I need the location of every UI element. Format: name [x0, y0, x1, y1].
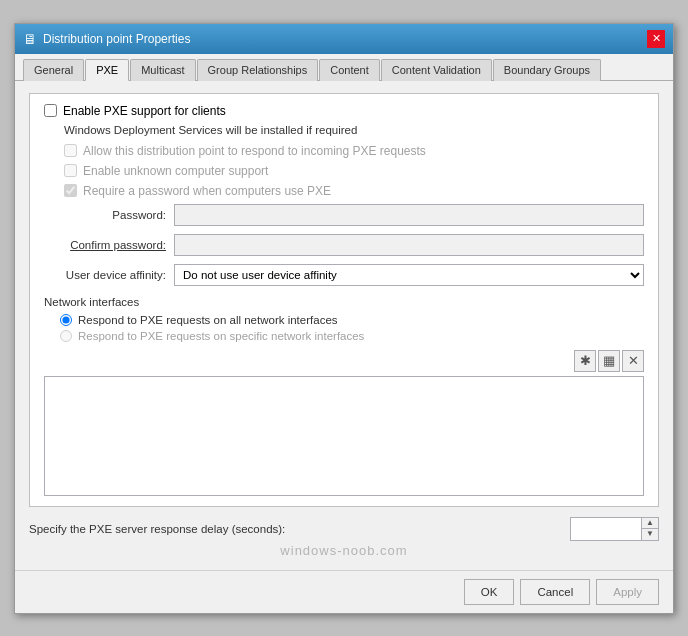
deploy-services-text: Windows Deployment Services will be inst…	[64, 124, 644, 136]
network-section-label: Network interfaces	[44, 296, 644, 308]
radio-specific-interfaces[interactable]	[60, 330, 72, 342]
delay-label: Specify the PXE server response delay (s…	[29, 523, 570, 535]
require-password-row: Require a password when computers use PX…	[64, 184, 644, 198]
tab-pxe[interactable]: PXE	[85, 59, 129, 81]
app-icon: 🖥	[23, 31, 37, 47]
window-title: Distribution point Properties	[43, 32, 190, 46]
user-device-label: User device affinity:	[44, 269, 174, 281]
tabs-bar: General PXE Multicast Group Relationship…	[15, 54, 673, 81]
tab-multicast[interactable]: Multicast	[130, 59, 195, 81]
tab-general[interactable]: General	[23, 59, 84, 81]
delay-input[interactable]: 0	[571, 518, 641, 540]
tab-content[interactable]: Content	[319, 59, 380, 81]
bottom-buttons: OK Cancel Apply	[15, 570, 673, 613]
close-button[interactable]: ✕	[647, 30, 665, 48]
network-section: Network interfaces Respond to PXE reques…	[44, 296, 644, 342]
unknown-computer-label: Enable unknown computer support	[83, 164, 268, 178]
confirm-password-label: Confirm password:	[44, 239, 174, 251]
main-window: 🖥 Distribution point Properties ✕ Genera…	[14, 23, 674, 614]
unknown-computer-checkbox[interactable]	[64, 164, 77, 177]
add-button[interactable]: ✱	[574, 350, 596, 372]
allow-incoming-row: Allow this distribution point to respond…	[64, 144, 644, 158]
enable-pxe-label: Enable PXE support for clients	[63, 104, 226, 118]
enable-pxe-row: Enable PXE support for clients	[44, 104, 644, 118]
tab-group-relationships[interactable]: Group Relationships	[197, 59, 319, 81]
password-input[interactable]	[174, 204, 644, 226]
require-password-label: Require a password when computers use PX…	[83, 184, 331, 198]
password-label: Password:	[44, 209, 174, 221]
radio-specific-row: Respond to PXE requests on specific netw…	[60, 330, 644, 342]
delay-row: Specify the PXE server response delay (s…	[29, 517, 659, 541]
title-bar: 🖥 Distribution point Properties ✕	[15, 24, 673, 54]
spinner-up[interactable]: ▲	[642, 518, 658, 529]
pxe-section: Enable PXE support for clients Windows D…	[29, 93, 659, 507]
window-controls: ✕	[647, 30, 665, 48]
password-row: Password:	[44, 204, 644, 226]
allow-incoming-label: Allow this distribution point to respond…	[83, 144, 426, 158]
cancel-button[interactable]: Cancel	[520, 579, 590, 605]
spinner-down[interactable]: ▼	[642, 529, 658, 540]
allow-incoming-checkbox[interactable]	[64, 144, 77, 157]
tab-content-validation[interactable]: Content Validation	[381, 59, 492, 81]
spinner-buttons: ▲ ▼	[641, 518, 658, 540]
toolbar-row: ✱ ▦ ✕	[44, 350, 644, 372]
unknown-computer-row: Enable unknown computer support	[64, 164, 644, 178]
edit-button[interactable]: ▦	[598, 350, 620, 372]
content-area: Enable PXE support for clients Windows D…	[15, 81, 673, 570]
delay-spinner: 0 ▲ ▼	[570, 517, 659, 541]
user-device-select[interactable]: Do not use user device affinity	[174, 264, 644, 286]
radio-all-row: Respond to PXE requests on all network i…	[60, 314, 644, 326]
confirm-password-input[interactable]	[174, 234, 644, 256]
radio-specific-label: Respond to PXE requests on specific netw…	[78, 330, 364, 342]
network-list[interactable]	[44, 376, 644, 496]
ok-button[interactable]: OK	[464, 579, 515, 605]
delete-button[interactable]: ✕	[622, 350, 644, 372]
enable-pxe-checkbox[interactable]	[44, 104, 57, 117]
user-device-row: User device affinity: Do not use user de…	[44, 264, 644, 286]
apply-button[interactable]: Apply	[596, 579, 659, 605]
require-password-checkbox[interactable]	[64, 184, 77, 197]
confirm-password-row: Confirm password:	[44, 234, 644, 256]
radio-all-label: Respond to PXE requests on all network i…	[78, 314, 338, 326]
radio-all-interfaces[interactable]	[60, 314, 72, 326]
watermark: windows-noob.com	[29, 541, 659, 558]
tab-boundary-groups[interactable]: Boundary Groups	[493, 59, 601, 81]
